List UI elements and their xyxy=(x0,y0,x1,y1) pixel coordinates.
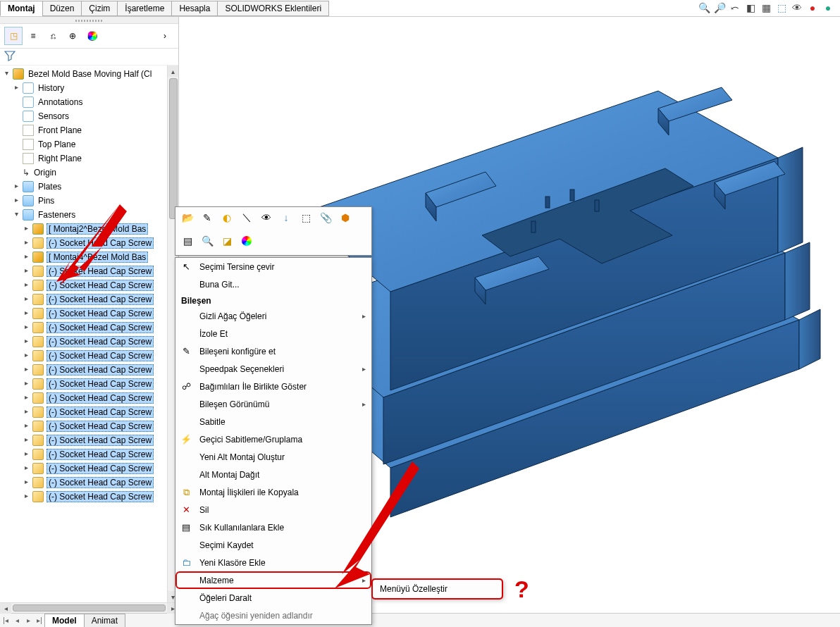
tree-fastener-item[interactable]: ▸(-) Socket Head Cap Screw xyxy=(0,321,167,335)
ctx-dissolve-subassembly[interactable]: Alt Montaj Dağıt xyxy=(175,466,371,483)
tab-last-icon[interactable]: ▸| xyxy=(34,614,45,627)
tree-fastener-item[interactable]: ▸(-) Socket Head Cap Screw xyxy=(0,335,167,349)
configure-icon[interactable]: ⬢ xyxy=(338,210,353,225)
display-style-icon[interactable]: ⬚ xyxy=(775,1,788,14)
tree-fastener-item[interactable]: ▸(-) Socket Head Cap Screw xyxy=(0,264,167,278)
ctx-add-to-new-folder[interactable]: 🗀Yeni Klasöre Ekle xyxy=(175,554,371,571)
tree-history[interactable]: ▸History xyxy=(0,81,167,95)
ctx-collapse-items[interactable]: Öğeleri Daralt xyxy=(175,589,371,607)
ctx-save-selection[interactable]: Seçimi Kaydet xyxy=(175,536,371,554)
tab-isaretleme[interactable]: İşaretleme xyxy=(117,1,172,16)
ctx-rename-tree-item[interactable]: Ağaç öğesini yeniden adlandır xyxy=(175,607,371,624)
tree-fastener-item[interactable]: ▸(-) Socket Head Cap Screw xyxy=(0,306,167,321)
zoom-area-icon[interactable]: 🔎 xyxy=(713,1,726,14)
hide-show-icon[interactable]: 👁 xyxy=(791,1,803,14)
tree-root[interactable]: ▾Bezel Mold Base Moving Half (Cl xyxy=(0,67,167,81)
tree-fastener-item[interactable]: ▸(-) Socket Head Cap Screw xyxy=(0,461,167,476)
ctx-new-subassembly[interactable]: Yeni Alt Montaj Oluştur xyxy=(175,448,371,466)
dimxpert-manager-icon[interactable]: ⊕ xyxy=(63,27,82,45)
tree-fastener-item[interactable]: ▸(-) Socket Head Cap Screw xyxy=(0,490,167,504)
tab-montaj[interactable]: Montaj xyxy=(0,1,43,16)
tab-eklentiler[interactable]: SOLIDWORKS Eklentileri xyxy=(217,1,329,16)
appearance-dropdown-icon[interactable] xyxy=(239,233,254,249)
ctx-isolate[interactable]: İzole Et xyxy=(175,325,371,342)
filter-bar[interactable] xyxy=(0,49,178,66)
bottom-tab-animation[interactable]: Animat xyxy=(84,614,125,627)
ctx-configure-component[interactable]: ✎Bileşeni konfigüre et xyxy=(175,342,371,360)
ctx-add-favorites[interactable]: ▤Sık Kullanılanlara Ekle xyxy=(175,519,371,536)
tab-hesapla[interactable]: Hesapla xyxy=(171,1,218,16)
panel-grip[interactable] xyxy=(0,17,178,24)
tree-fastener-item[interactable]: ▸(-) Socket Head Cap Screw xyxy=(0,391,167,405)
section-view-icon[interactable]: ◧ xyxy=(744,1,757,14)
tree-fastener-item[interactable]: ▸(-) Socket Head Cap Screw xyxy=(0,405,167,419)
tab-first-icon[interactable]: |◂ xyxy=(0,614,11,627)
ctx-material[interactable]: Malzeme▸ xyxy=(175,571,371,589)
feature-tree[interactable]: ▾Bezel Mold Base Moving Half (Cl ▸Histor… xyxy=(0,66,178,602)
fix-icon[interactable]: 📎 xyxy=(318,210,333,225)
tree-fastener-item[interactable]: ▸(-) Socket Head Cap Screw xyxy=(0,433,167,447)
tree-top-plane[interactable]: Top Plane xyxy=(0,137,167,151)
tree-fastener-item[interactable]: ▸(-) Socket Head Cap Screw xyxy=(0,292,167,306)
tab-cizim[interactable]: Çizim xyxy=(81,1,118,16)
property-manager-icon[interactable]: ≡ xyxy=(24,27,42,45)
ctx-hidden-tree-items[interactable]: Gizli Ağaç Öğeleri▸ xyxy=(175,307,371,325)
tree-fasteners[interactable]: ▾Fasteners xyxy=(0,208,167,222)
tree-fastener-item[interactable]: ▸(-) Socket Head Cap Screw xyxy=(0,278,167,292)
scroll-left-icon[interactable]: ◂ xyxy=(0,603,11,614)
tree-horizontal-scrollbar[interactable]: ◂ ▸ xyxy=(0,602,178,613)
properties-icon[interactable]: ▤ xyxy=(180,233,195,249)
tree-front-plane[interactable]: Front Plane xyxy=(0,123,167,137)
zoom-to-icon[interactable]: 🔍 xyxy=(199,233,215,249)
scene-icon[interactable]: ● xyxy=(822,1,834,14)
tree-annotations[interactable]: Annotations xyxy=(0,95,167,109)
open-part-icon[interactable]: 📂 xyxy=(180,210,195,225)
tree-fastener-item[interactable]: ▸(-) Socket Head Cap Screw xyxy=(0,419,167,433)
tree-fastener-item[interactable]: ▸(-) Socket Head Cap Screw xyxy=(0,476,167,490)
tree-fastener-item[interactable]: ▸[ Montaj4^Bezel Mold Bas xyxy=(0,250,167,264)
submenu-customize[interactable]: Menüyü Özelleştir xyxy=(380,584,447,594)
edit-part-icon[interactable]: ✎ xyxy=(199,210,215,225)
isolate-icon[interactable]: ⬚ xyxy=(298,210,314,225)
previous-view-icon[interactable]: ⤺ xyxy=(729,1,741,14)
tab-duzen[interactable]: Düzen xyxy=(42,1,82,16)
tree-fastener-item[interactable]: ▸[ Montaj2^Bezel Mold Bas xyxy=(0,222,167,236)
bottom-tab-model[interactable]: Model xyxy=(44,614,85,627)
zoom-fit-icon[interactable]: 🔍 xyxy=(698,1,710,14)
scroll-thumb[interactable] xyxy=(169,78,178,219)
show-icon[interactable]: 👁 xyxy=(259,210,274,225)
ctx-show-with-dependents[interactable]: ☍Bağımlıları İle Birlikte Göster xyxy=(175,378,371,395)
tree-fastener-item[interactable]: ▸(-) Socket Head Cap Screw xyxy=(0,447,167,461)
ctx-delete[interactable]: ✕Sil xyxy=(175,501,371,519)
feature-manager-icon[interactable]: ◳ xyxy=(4,27,23,45)
tree-fastener-item[interactable]: ▸(-) Socket Head Cap Screw xyxy=(0,349,167,363)
hide-icon[interactable]: ＼ xyxy=(239,210,254,225)
suppress-icon[interactable]: ◐ xyxy=(219,210,235,225)
ctx-temp-fix[interactable]: ⚡Geçici Sabitleme/Gruplama xyxy=(175,430,371,448)
tree-fastener-item[interactable]: ▸(-) Socket Head Cap Screw xyxy=(0,377,167,391)
tree-origin[interactable]: ↳Origin xyxy=(0,166,167,180)
tab-next-icon[interactable]: ▸ xyxy=(23,614,34,627)
expand-flyout-icon[interactable]: › xyxy=(156,27,174,45)
view-orientation-icon[interactable]: ▦ xyxy=(760,1,772,14)
tree-plates[interactable]: ▸Plates xyxy=(0,180,167,194)
appearance-icon[interactable]: ● xyxy=(806,1,819,14)
normal-to-icon[interactable]: ◪ xyxy=(219,233,235,249)
ctx-component-display[interactable]: Bileşen Görünümü▸ xyxy=(175,395,371,413)
ctx-speedpak[interactable]: Speedpak Seçenekleri▸ xyxy=(175,360,371,378)
scroll-up-icon[interactable]: ▴ xyxy=(168,66,179,77)
ctx-goto[interactable]: Buna Git... xyxy=(175,275,371,293)
tab-prev-icon[interactable]: ◂ xyxy=(11,614,23,627)
funnel-icon[interactable] xyxy=(4,50,16,61)
tree-fastener-item[interactable]: ▸(-) Socket Head Cap Screw xyxy=(0,363,167,377)
ctx-copy-with-mates[interactable]: ⧉Montaj İlişkileri ile Kopyala xyxy=(175,483,371,501)
display-manager-icon[interactable] xyxy=(83,27,101,45)
tree-pins[interactable]: ▸Pins xyxy=(0,194,167,208)
ctx-fix[interactable]: Sabitle xyxy=(175,413,371,430)
tree-right-plane[interactable]: Right Plane xyxy=(0,151,167,166)
transparency-icon[interactable]: ↓ xyxy=(278,210,294,225)
configuration-manager-icon[interactable]: ⎌ xyxy=(44,27,62,45)
tree-fastener-item[interactable]: ▸(-) Socket Head Cap Screw xyxy=(0,236,167,250)
tree-sensors[interactable]: Sensors xyxy=(0,109,167,123)
scroll-thumb-h[interactable] xyxy=(13,604,166,612)
